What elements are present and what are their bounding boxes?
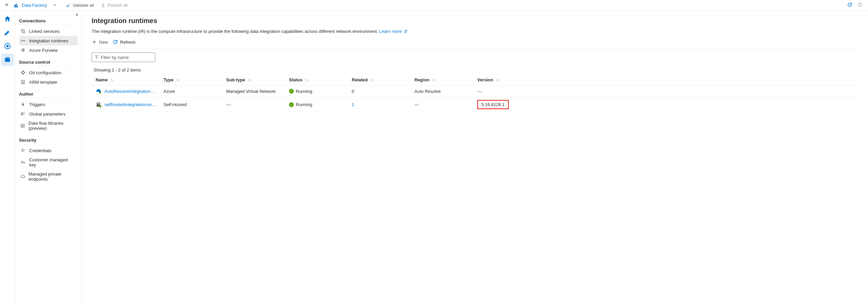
runtime-name-link[interactable]: selfhostedintegrationrun...: [104, 102, 155, 107]
sidebar-item-credentials[interactable]: Credentials: [19, 146, 78, 155]
filter-box[interactable]: [92, 53, 155, 62]
section-connections-title: Connections: [19, 16, 78, 25]
collapse-panel-icon[interactable]: [75, 13, 79, 18]
rail-monitor[interactable]: [1, 40, 14, 52]
publish-all-button[interactable]: Publish all: [97, 3, 131, 8]
sidebar-item-global-params[interactable]: Global parameters: [19, 109, 78, 119]
svg-point-23: [99, 105, 101, 107]
brand-dropdown[interactable]: Data Factory: [11, 3, 62, 8]
sidebar-item-arm-template[interactable]: ARM template: [19, 77, 78, 87]
svg-rect-14: [21, 113, 23, 114]
svg-point-20: [99, 92, 101, 94]
sort-icon: ↑↓: [496, 78, 500, 82]
svg-rect-16: [21, 124, 25, 125]
svg-point-12: [22, 49, 24, 51]
data-factory-icon: [14, 3, 19, 8]
sidebar-label: Linked services: [29, 29, 60, 34]
cell-status: ✓Running: [285, 85, 348, 97]
desc-text: The integration runtime (IR) is the comp…: [92, 29, 378, 34]
cell-status: ✓Running: [285, 97, 348, 112]
cell-subtype: Managed Virtual Network: [222, 85, 285, 97]
sidebar-item-integration-runtimes[interactable]: Integration runtimes: [19, 36, 78, 45]
validate-all-button[interactable]: Validate all: [62, 3, 97, 8]
svg-point-5: [6, 45, 8, 47]
svg-point-18: [22, 149, 23, 150]
git-icon: [20, 70, 26, 75]
sidebar-item-triggers[interactable]: Triggers: [19, 100, 78, 109]
cell-type: Self-Hosted: [159, 97, 222, 112]
triggers-icon: [20, 102, 26, 107]
sidebar-item-dataflow-libs[interactable]: Data flow libraries (preview): [19, 119, 78, 133]
dataflow-libs-icon: [20, 123, 25, 128]
sidebar-label: Triggers: [29, 102, 45, 107]
filter-input[interactable]: [101, 55, 158, 60]
new-button[interactable]: New: [92, 39, 108, 45]
purview-icon: [20, 47, 26, 53]
col-subtype[interactable]: Sub-type↑↓: [222, 75, 285, 85]
publish-icon: [101, 3, 105, 8]
sidebar-label: Global parameters: [29, 112, 65, 117]
table-row: AutoResolveIntegrationR... AzureManaged …: [92, 85, 859, 97]
cell-region: ---: [410, 97, 473, 112]
sidebar-label: ARM template: [29, 80, 57, 85]
sort-icon: ↑↓: [432, 78, 436, 82]
credentials-icon: [20, 148, 26, 153]
learn-more-link[interactable]: Learn more: [379, 29, 407, 34]
sidebar-item-managed-pe[interactable]: Managed private endpoints: [19, 169, 78, 184]
selfhosted-ir-icon: [96, 102, 102, 108]
result-count: Showing 1 - 2 of 2 items: [92, 67, 859, 73]
sidebar-label: Git configuration: [29, 70, 61, 75]
topbar: Data Factory Validate all Publish all: [0, 0, 868, 11]
rail-manage[interactable]: [1, 54, 14, 66]
sidebar-item-git-config[interactable]: Git configuration: [19, 68, 78, 77]
svg-rect-6: [5, 58, 10, 62]
col-version[interactable]: Version↑↓: [473, 75, 859, 85]
rail-author[interactable]: [1, 26, 14, 39]
sidebar-item-linked-services[interactable]: Linked services: [19, 26, 78, 36]
cell-type: Azure: [159, 85, 222, 97]
new-label: New: [99, 40, 108, 45]
validate-icon: [66, 3, 71, 8]
cell-version: ---: [473, 85, 859, 97]
sidebar-label: Integration runtimes: [29, 38, 68, 43]
rail-home[interactable]: [1, 13, 14, 25]
runtime-name-link[interactable]: AutoResolveIntegrationR...: [104, 89, 155, 94]
sidebar-label: Azure Purview: [29, 48, 58, 53]
expand-icon[interactable]: [3, 2, 11, 8]
cell-subtype: ---: [222, 97, 285, 112]
global-params-icon: [20, 111, 26, 117]
sidebar-item-cmk[interactable]: Customer managed key: [19, 155, 78, 169]
sidebar-item-azure-purview[interactable]: Azure Purview: [19, 45, 78, 55]
sort-icon: ↑↓: [248, 78, 252, 82]
svg-rect-2: [17, 5, 18, 7]
cell-region: Auto Resolve: [410, 85, 473, 97]
sort-icon: ↑↓: [370, 78, 374, 82]
linked-services-icon: [20, 28, 26, 34]
col-status[interactable]: Status↑↓: [285, 75, 348, 85]
plus-icon: [92, 39, 97, 45]
sidebar-label: Managed private endpoints: [28, 171, 76, 182]
validate-label: Validate all: [73, 3, 94, 8]
content-area: Integration runtimes The integration run…: [82, 11, 868, 304]
global-refresh-button[interactable]: [844, 2, 855, 8]
refresh-label: Refresh: [120, 40, 136, 45]
svg-point-10: [24, 40, 25, 41]
col-name[interactable]: Name↑↓: [92, 75, 159, 85]
section-security-title: Security: [19, 135, 78, 144]
col-region[interactable]: Region↑↓: [410, 75, 473, 85]
discard-button[interactable]: [855, 2, 865, 8]
col-type[interactable]: Type↑↓: [159, 75, 222, 85]
svg-rect-8: [23, 32, 25, 33]
col-related[interactable]: Related↑↓: [348, 75, 410, 85]
sidebar-label: Credentials: [29, 148, 52, 153]
refresh-button[interactable]: Refresh: [113, 39, 136, 45]
cell-related[interactable]: 1: [348, 97, 410, 112]
sort-icon: ↑↓: [110, 78, 114, 82]
svg-point-9: [21, 40, 23, 41]
refresh-icon: [113, 39, 118, 45]
sidebar-label: Data flow libraries (preview): [28, 121, 76, 131]
publish-label: Publish all: [108, 3, 128, 8]
runtimes-table: Name↑↓ Type↑↓ Sub-type↑↓ Status↑↓ Relate…: [92, 75, 859, 112]
sort-icon: ↑↓: [176, 78, 180, 82]
status-running-icon: ✓: [289, 102, 294, 107]
